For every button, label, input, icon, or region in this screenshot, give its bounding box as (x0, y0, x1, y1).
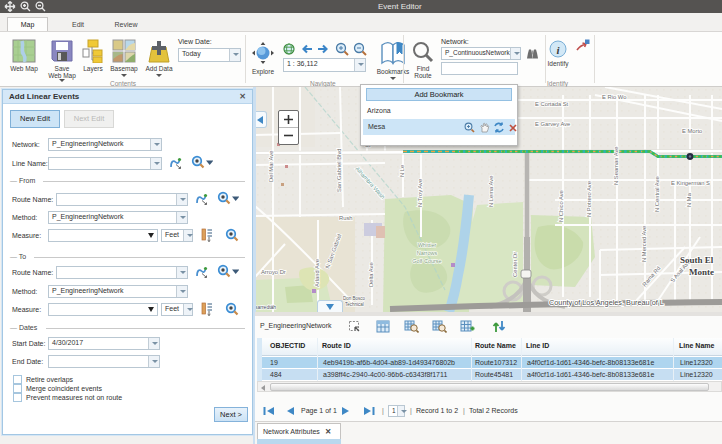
svg-text:N Potrero Ave: N Potrero Ave (586, 181, 592, 217)
svg-text:E Kingerman S: E Kingerman S (671, 180, 710, 186)
svg-text:E Morto: E Morto (682, 128, 702, 134)
svg-text:Narrows: Narrows (417, 250, 438, 256)
svg-text:N Le: N Le (399, 165, 405, 177)
svg-text:Delta Ave: Delta Ave (368, 262, 374, 287)
svg-text:Technical: Technical (345, 302, 364, 307)
svg-text:N Troy Ave: N Troy Ave (417, 179, 423, 207)
svg-text:Don Bosco: Don Bosco (343, 296, 366, 301)
svg-text:Rush: Rush (339, 215, 353, 221)
svg-text:N Seaman Ave: N Seaman Ave (613, 146, 619, 185)
svg-text:N Central Ave: N Central Ave (654, 176, 660, 212)
svg-text:Del Mar Ave: Del Mar Ave (268, 151, 274, 182)
svg-text:sarredtäh: sarredtäh (255, 304, 276, 310)
svg-text:County of Los Angeles, Bureau: County of Los Angeles, Bureau of L (549, 298, 664, 307)
svg-text:Whittier: Whittier (418, 242, 437, 248)
svg-text:Monte: Monte (689, 267, 714, 277)
svg-text:E Cortada St: E Cortada St (535, 101, 569, 107)
svg-text:E Rio Wo: E Rio Wo (602, 94, 626, 100)
svg-text:Center Dr: Center Dr (512, 252, 518, 277)
svg-text:N Merced Ave: N Merced Ave (641, 226, 647, 262)
svg-text:N Lema Ave: N Lema Ave (488, 176, 494, 207)
svg-text:San Gabriel Blvd: San Gabriel Blvd (336, 149, 342, 193)
svg-text:N Ma: N Ma (686, 192, 692, 207)
svg-text:N Chico Ave: N Chico Ave (558, 190, 564, 222)
svg-text:South El: South El (680, 255, 714, 265)
svg-text:Arland Ave: Arland Ave (314, 259, 320, 287)
svg-text:E Garvey Ave: E Garvey Ave (535, 121, 570, 127)
svg-text:Arroyo Dr: Arroyo Dr (261, 269, 286, 275)
svg-text:Golf Course: Golf Course (412, 258, 441, 264)
